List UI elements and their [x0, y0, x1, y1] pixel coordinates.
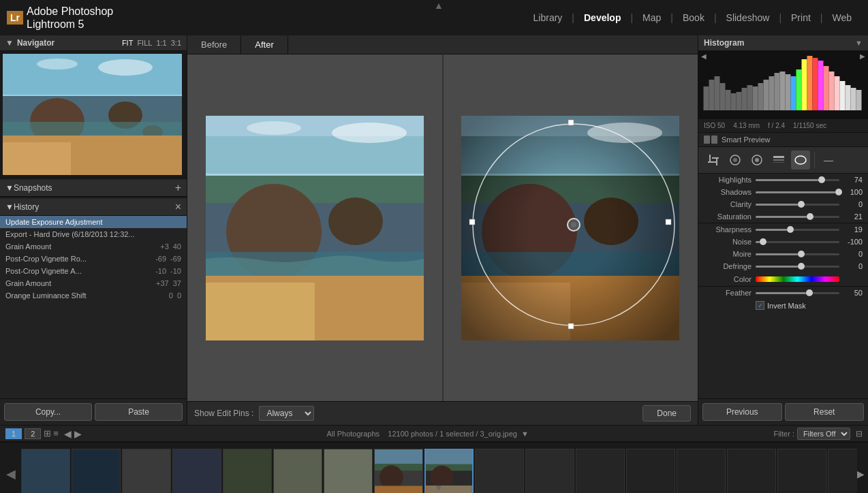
slider-thumb[interactable] [807, 213, 813, 220]
after-image-svg [461, 116, 679, 340]
spot-removal-tool-icon[interactable] [726, 150, 745, 170]
nav-library[interactable]: Library [524, 12, 572, 23]
adobe-label: Adobe Photoshop [27, 5, 113, 18]
nav-web[interactable]: Web [822, 12, 861, 23]
graduated-filter-icon[interactable] [769, 150, 788, 170]
zoom-1-1[interactable]: 1:1 [156, 39, 166, 47]
list-icon[interactable]: ≡ [53, 428, 59, 439]
zoom-fill[interactable]: FILL [137, 39, 152, 47]
nav-map[interactable]: Map [633, 12, 670, 23]
filmstrip-thumbnail[interactable] [828, 449, 857, 493]
filmstrip-thumbnail[interactable] [172, 449, 221, 493]
bottom-arrow[interactable]: ▼ [434, 482, 444, 493]
slider-thumb[interactable] [787, 226, 794, 233]
histogram-dropdown-icon[interactable]: ▼ [855, 39, 863, 47]
filmstrip-thumbnail[interactable] [727, 449, 776, 493]
slider-track-clarity[interactable] [756, 204, 839, 206]
edit-pins-select[interactable]: Always Never Auto Selected [259, 406, 314, 421]
tab-2[interactable]: 2 [25, 428, 41, 439]
history-item[interactable]: Orange Luminance Shift00 [0, 289, 187, 302]
filmstrip-thumbnail[interactable] [677, 449, 726, 493]
slider-thumb[interactable] [798, 201, 805, 208]
filmstrip-thumbnail[interactable] [223, 449, 272, 493]
zoom-3-1[interactable]: 3:1 [171, 39, 181, 47]
copy-button[interactable]: Copy... [4, 403, 92, 421]
slider-thumb[interactable] [798, 263, 805, 270]
filmstrip-thumbnail[interactable] [273, 449, 322, 493]
filmstrip-thumbnail[interactable] [475, 449, 524, 493]
invert-mask-label: Invert Mask [767, 302, 806, 310]
next-nav-icon[interactable]: ▶ [74, 428, 82, 439]
history-item-vals: 00 [169, 291, 181, 300]
grid-icon[interactable]: ⊞ [44, 428, 51, 439]
slider-track-noise[interactable] [756, 241, 839, 243]
prev-nav-icon[interactable]: ◀ [64, 428, 72, 439]
history-item[interactable]: Grain Amount+340 [0, 240, 187, 253]
slider-track-saturation[interactable] [756, 216, 839, 218]
tab-1[interactable]: 1 [5, 428, 22, 439]
filmstrip-thumbnail[interactable] [324, 449, 373, 493]
radial-filter-icon[interactable] [791, 150, 810, 170]
slider-thumb[interactable] [798, 251, 805, 257]
add-snapshot-button[interactable]: + [175, 182, 181, 193]
nav-develop[interactable]: Develop [574, 12, 630, 23]
crop-tool-icon[interactable] [704, 150, 723, 170]
filmstrip-thumbnail[interactable] [525, 449, 574, 493]
navigator-header[interactable]: ▼ Navigator FIT FILL 1:1 3:1 [0, 35, 187, 51]
nav-slideshow[interactable]: Slideshow [717, 12, 779, 23]
aperture-info: f / 2.4 [768, 122, 785, 129]
navigator-preview-svg [3, 54, 182, 175]
filmstrip-thumbnail[interactable] [374, 449, 423, 493]
slider-track-sharpness[interactable] [756, 229, 839, 231]
filter-grid-icon[interactable]: ⊟ [856, 429, 863, 439]
filmstrip-thumbnail[interactable] [122, 449, 171, 493]
color-bar[interactable] [756, 276, 839, 282]
zoom-fit[interactable]: FIT [122, 39, 134, 47]
history-item[interactable]: Post-Crop Vignette A...-10-10 [0, 265, 187, 277]
slider-track-defringe[interactable] [756, 266, 839, 268]
filmstrip-thumbnail[interactable] [626, 449, 675, 493]
feather-slider-thumb[interactable] [806, 289, 813, 296]
adjustment-brush-icon[interactable]: — [819, 150, 838, 170]
filmstrip-left-arrow[interactable]: ◀ [6, 466, 16, 481]
filmstrip-right-arrow[interactable]: ▶ [857, 468, 865, 479]
history-item[interactable]: Export - Hard Drive (6/18/2013 12:32... [0, 228, 187, 240]
snapshots-header[interactable]: ▼ Snapshots + [0, 180, 187, 197]
dropdown-icon[interactable]: ▼ [521, 430, 529, 438]
slider-track-highlights[interactable] [756, 179, 839, 181]
slider-value-shadows: 100 [843, 188, 863, 196]
svg-rect-13 [206, 174, 424, 176]
history-close-button[interactable]: × [175, 202, 181, 212]
nav-print[interactable]: Print [781, 12, 820, 23]
filmstrip-thumbnail[interactable] [72, 449, 121, 493]
slider-thumb[interactable] [818, 176, 825, 183]
filmstrip-thumbnail[interactable] [21, 449, 70, 493]
filmstrip-thumbnail[interactable] [424, 449, 474, 493]
slider-thumb[interactable] [760, 238, 766, 245]
history-item[interactable]: Update Exposure Adjustment [0, 216, 187, 228]
nav-book[interactable]: Book [673, 12, 714, 23]
feather-slider-track[interactable] [756, 292, 839, 294]
app-logo: Lr Adobe Photoshop Lightroom 5 [7, 5, 113, 31]
history-item[interactable]: Grain Amount+3737 [0, 277, 187, 289]
done-button[interactable]: Done [642, 405, 691, 422]
histogram-left-arrow[interactable]: ◀ [701, 52, 707, 60]
slider-fill [756, 253, 798, 255]
invert-mask-checkbox[interactable] [756, 301, 764, 310]
center-area: Before After [187, 35, 698, 425]
filter-bar: Filter : Filters Off Rated Flagged ⊟ [773, 428, 863, 440]
histogram-right-arrow[interactable]: ▶ [860, 52, 865, 60]
slider-track-moire[interactable] [756, 253, 839, 255]
paste-button[interactable]: Paste [95, 403, 183, 421]
redeye-tool-icon[interactable] [747, 150, 766, 170]
filmstrip-thumbnail[interactable] [777, 449, 826, 493]
filter-select[interactable]: Filters Off Rated Flagged [797, 428, 850, 440]
slider-thumb[interactable] [835, 189, 842, 195]
previous-button[interactable]: Previous [702, 403, 782, 421]
history-header[interactable]: ▼ History × [0, 199, 187, 216]
slider-track-shadows[interactable] [756, 191, 839, 193]
reset-button[interactable]: Reset [785, 403, 865, 421]
history-item[interactable]: Post-Crop Vignette Ro...-69-69 [0, 253, 187, 265]
filmstrip-thumbnail[interactable] [576, 449, 625, 493]
top-arrow[interactable]: ▲ [434, 0, 444, 11]
